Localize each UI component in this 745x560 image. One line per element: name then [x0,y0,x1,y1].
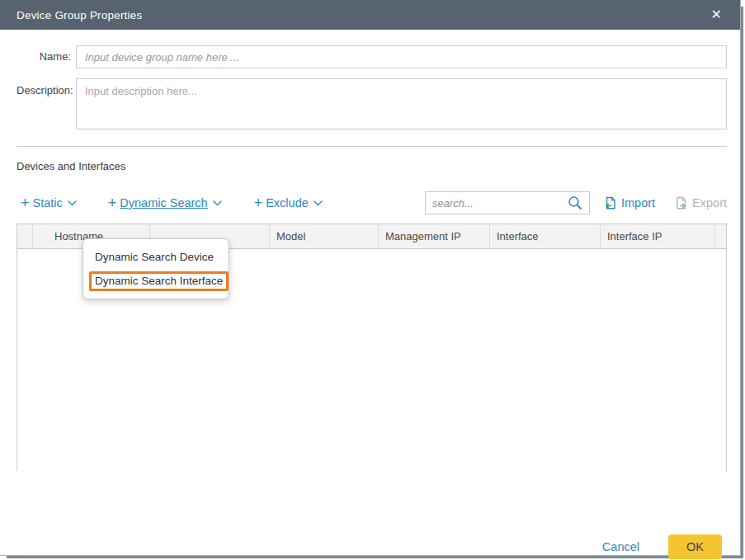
column-header-interface[interactable]: Interface [489,224,600,248]
plus-icon: + [254,195,263,210]
description-input[interactable] [76,78,727,129]
menu-item-dynamic-search-interface[interactable]: Dynamic Search Interface [83,269,229,293]
export-icon [675,196,688,210]
close-icon[interactable]: ✕ [706,5,727,25]
device-group-properties-dialog: Device Group Properties ✕ Name: Descript… [0,0,740,555]
search-input[interactable] [426,197,564,209]
static-label: Static [33,196,63,209]
dialog-content: Name: Description: Devices and Interface… [0,45,740,560]
name-label: Name: [17,45,76,68]
dynamic-search-dropdown: Dynamic Search Device Dynamic Search Int… [83,238,229,299]
import-label: Import [621,196,655,209]
add-static-button[interactable]: + Static [21,195,77,210]
column-header-management-ip[interactable]: Management IP [378,224,489,248]
dynamic-search-label: Dynamic Search [120,196,207,209]
dialog-footer: Cancel OK [602,534,722,559]
import-button[interactable]: Import [604,196,655,210]
dialog-title: Device Group Properties [17,9,142,21]
menu-item-dynamic-search-device[interactable]: Dynamic Search Device [83,245,229,269]
section-divider [17,146,727,147]
name-input[interactable] [76,45,727,68]
description-row: Description: [17,78,727,129]
add-exclude-button[interactable]: + Exclude [254,195,323,210]
chevron-down-icon [68,200,77,206]
highlight-box: Dynamic Search Interface [89,271,229,291]
exclude-label: Exclude [266,196,309,209]
export-button: Export [675,196,727,210]
chevron-down-icon [314,200,323,206]
description-label: Description: [17,78,76,97]
column-header-interface-ip[interactable]: Interface IP [600,224,714,248]
plus-icon: + [108,195,117,210]
menu-item-label: Dynamic Search Device [95,251,214,263]
search-box [425,191,590,214]
name-row: Name: [17,45,727,68]
column-header-spacer [17,224,32,248]
chevron-down-icon [213,200,222,206]
plus-icon: + [21,195,30,210]
column-header-model[interactable]: Model [269,224,378,248]
import-icon [604,196,617,210]
export-label: Export [692,196,727,209]
devices-toolbar: + Static + Dynamic Search + Exclude [17,191,727,214]
search-icon[interactable] [564,195,589,210]
column-header-end-spacer [714,224,726,248]
devices-interfaces-heading: Devices and Interfaces [17,160,727,172]
ok-button[interactable]: OK [668,534,722,559]
cancel-button[interactable]: Cancel [602,540,639,553]
dialog-titlebar: Device Group Properties ✕ [0,0,740,30]
toolbar-right-group: Import Export [425,191,727,214]
add-dynamic-search-button[interactable]: + Dynamic Search [108,195,222,210]
